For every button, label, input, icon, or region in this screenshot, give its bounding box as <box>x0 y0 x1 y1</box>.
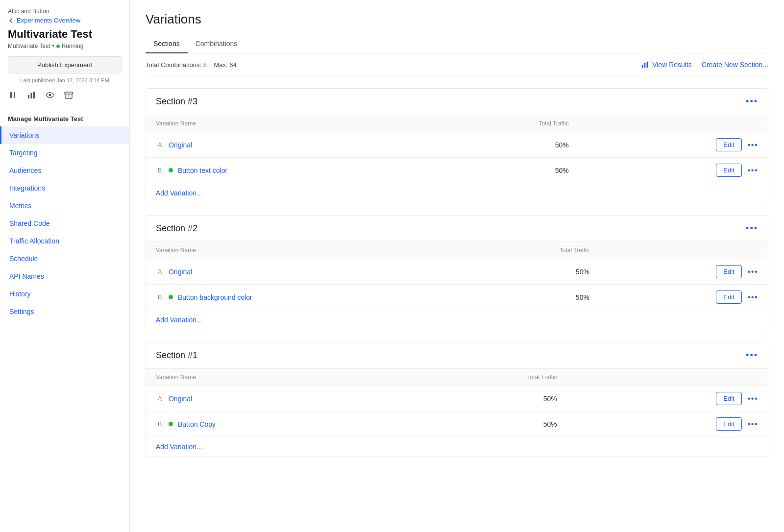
traffic-cell: 50% <box>426 158 579 183</box>
tab-sections[interactable]: Sections <box>146 35 188 53</box>
view-results-button[interactable]: View Results <box>640 60 692 69</box>
variation-name-link[interactable]: Button background color <box>178 293 252 301</box>
edit-variation-button[interactable]: Edit <box>716 417 741 431</box>
publish-button[interactable]: Publish Experiment <box>8 56 122 73</box>
sidebar-item-integrations[interactable]: Integrations <box>0 179 129 197</box>
archive-icon-button[interactable] <box>64 90 74 100</box>
variation-name-link[interactable]: Original <box>169 268 192 276</box>
svg-rect-4 <box>33 92 35 98</box>
bar-chart-small-icon <box>640 60 649 69</box>
variation-table: Variation Name Total Traffic A Original … <box>146 115 768 183</box>
preview-icon-button[interactable] <box>45 90 55 100</box>
pause-icon-button[interactable] <box>8 90 18 100</box>
actions-cell: Edit ••• <box>599 259 768 285</box>
status-dot <box>56 45 60 48</box>
status-label: Running <box>62 43 84 49</box>
sidebar-item-variations[interactable]: Variations <box>0 126 129 144</box>
section-title: Section #3 <box>156 97 197 107</box>
variation-name-link[interactable]: Original <box>169 141 192 149</box>
actions-cell: Edit ••• <box>567 386 768 411</box>
variation-name-cell: A Original <box>146 259 464 285</box>
sidebar-item-history[interactable]: History <box>0 285 129 303</box>
edit-variation-button[interactable]: Edit <box>716 290 741 304</box>
variation-more-button[interactable]: ••• <box>748 293 758 302</box>
sidebar-item-settings[interactable]: Settings <box>0 303 129 320</box>
variation-name-cell: A Original <box>146 386 405 411</box>
main-content: Variations SectionsCombinations Total Co… <box>130 0 784 532</box>
variation-more-button[interactable]: ••• <box>748 394 758 403</box>
combinations-info: Total Combinations: 8 Max: 64 <box>146 61 237 69</box>
col-total-traffic: Total Traffic <box>426 115 579 132</box>
svg-rect-10 <box>647 62 648 68</box>
add-variation-button[interactable]: Add Variation... <box>146 183 768 203</box>
col-actions <box>567 369 768 386</box>
variation-name-cell: B Button background color <box>146 285 464 310</box>
edit-variation-button[interactable]: Edit <box>716 138 741 151</box>
section-more-button[interactable]: ••• <box>746 97 758 107</box>
edit-variation-button[interactable]: Edit <box>716 265 741 278</box>
col-actions <box>599 242 768 259</box>
section-header-3: Section #1 ••• <box>146 342 768 368</box>
section-card-2: Section #2 ••• Variation Name Total Traf… <box>146 215 768 330</box>
section-header-2: Section #2 ••• <box>146 216 768 242</box>
arrow-left-icon <box>8 17 15 24</box>
traffic-cell: 50% <box>464 285 599 310</box>
section-title: Section #2 <box>156 223 197 234</box>
traffic-cell: 50% <box>405 386 567 411</box>
variation-name-cell: A Original <box>146 132 426 158</box>
edit-variation-button[interactable]: Edit <box>716 164 741 177</box>
experiment-subtitle: Multivariate Test • Running <box>8 43 122 49</box>
back-link[interactable]: Experiments Overview <box>8 17 122 24</box>
variation-name-link[interactable]: Button Copy <box>178 420 216 428</box>
sections-container: Section #3 ••• Variation Name Total Traf… <box>146 88 768 457</box>
sidebar-item-metrics[interactable]: Metrics <box>0 197 129 215</box>
variation-table: Variation Name Total Traffic A Original … <box>146 368 768 436</box>
svg-rect-3 <box>31 93 32 98</box>
sidebar-item-api-names[interactable]: API Names <box>0 267 129 285</box>
edit-variation-button[interactable]: Edit <box>716 392 741 405</box>
add-variation-button[interactable]: Add Variation... <box>146 436 768 457</box>
create-section-button[interactable]: Create New Section... <box>702 61 768 69</box>
col-total-traffic: Total Traffic <box>464 242 599 259</box>
variation-more-button[interactable]: ••• <box>748 141 758 149</box>
sidebar-item-audiences[interactable]: Audiences <box>0 162 129 179</box>
total-combinations: Total Combinations: 8 <box>146 61 207 69</box>
sidebar: Attic and Button Experiments Overview Mu… <box>0 0 130 532</box>
svg-point-6 <box>49 94 51 97</box>
variation-name-cell: B Button text color <box>146 158 426 183</box>
sidebar-item-schedule[interactable]: Schedule <box>0 250 129 267</box>
add-variation-button[interactable]: Add Variation... <box>146 310 768 330</box>
section-more-button[interactable]: ••• <box>746 350 758 361</box>
col-total-traffic: Total Traffic <box>405 369 567 386</box>
results-icon-button[interactable] <box>26 90 36 100</box>
variation-name-link[interactable]: Original <box>169 395 192 403</box>
svg-rect-8 <box>642 65 643 68</box>
section-title: Section #1 <box>156 350 197 361</box>
variation-more-button[interactable]: ••• <box>748 166 758 175</box>
variation-more-button[interactable]: ••• <box>748 420 758 429</box>
variation-more-button[interactable]: ••• <box>748 267 758 276</box>
section-header-1: Section #3 ••• <box>146 89 768 115</box>
variation-status-dot <box>169 295 173 299</box>
section-card-3: Section #1 ••• Variation Name Total Traf… <box>146 342 768 457</box>
actions-cell: Edit ••• <box>567 411 768 437</box>
variation-status-dot <box>169 422 173 426</box>
experiment-title: Multivariate Test <box>8 28 122 41</box>
variation-name-link[interactable]: Button text color <box>178 167 227 174</box>
max-combinations: Max: 64 <box>214 61 236 69</box>
actions-cell: Edit ••• <box>579 132 768 158</box>
section-more-button[interactable]: ••• <box>746 223 758 234</box>
back-link-label: Experiments Overview <box>17 17 80 24</box>
eye-icon <box>45 90 55 100</box>
tabs-bar: SectionsCombinations <box>146 35 768 53</box>
sidebar-nav: VariationsTargetingAudiencesIntegrations… <box>0 126 129 320</box>
variation-letter: A <box>156 268 164 275</box>
variation-letter: A <box>156 395 164 402</box>
sidebar-item-targeting[interactable]: Targeting <box>0 144 129 162</box>
page-title: Variations <box>146 12 768 27</box>
sidebar-item-traffic-allocation[interactable]: Traffic Allocation <box>0 232 129 250</box>
sidebar-item-shared-code[interactable]: Shared Code <box>0 215 129 232</box>
traffic-cell: 50% <box>426 132 579 158</box>
svg-rect-0 <box>10 92 12 98</box>
tab-combinations[interactable]: Combinations <box>188 35 245 53</box>
